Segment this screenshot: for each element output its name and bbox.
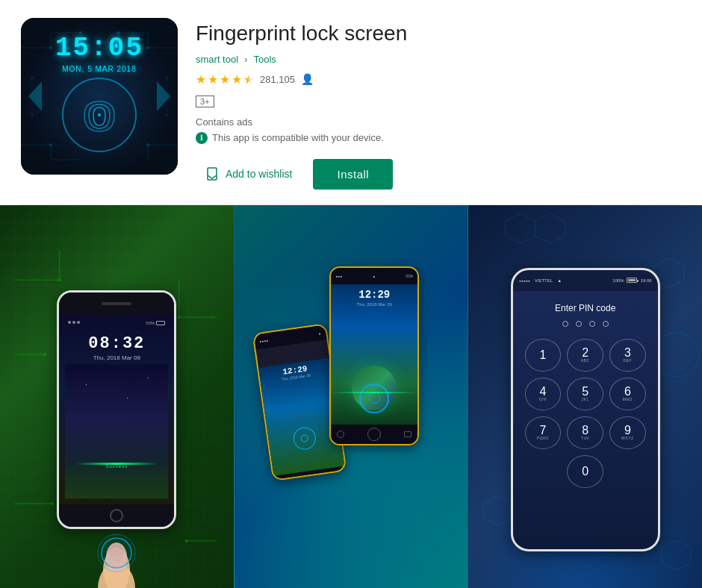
star-4: ★ bbox=[232, 72, 242, 87]
star-5: ★★ bbox=[243, 72, 254, 87]
pin-dot-1 bbox=[562, 321, 568, 327]
icon-date: MON, 5 MAR 2018 bbox=[55, 65, 143, 73]
svg-point-29 bbox=[43, 353, 46, 356]
app-title: Fingerprint lock screen bbox=[196, 21, 681, 46]
pin-right-status: 100% 19:06 bbox=[612, 278, 651, 283]
star-3: ★ bbox=[220, 72, 230, 87]
app-info-panel: Fingerprint lock screen smart tool › Too… bbox=[196, 18, 681, 190]
rating-row: ★ ★ ★ ★ ★★ 281,105 👤 bbox=[196, 72, 681, 87]
pin-key-1[interactable]: 1 bbox=[525, 339, 562, 372]
pin-status-icons: ●●●●● VIETTEL ▲ bbox=[519, 278, 562, 283]
phone-mockup-1: 55% 08:32 Thu, 2018 Mar 08 bbox=[57, 290, 176, 529]
compatibility-row: ℹ This app is compatible with your devic… bbox=[196, 132, 681, 144]
pin-key-3-letters: DEF bbox=[624, 359, 633, 363]
svg-point-52 bbox=[654, 332, 699, 377]
pin-key-8-num: 8 bbox=[582, 425, 588, 437]
pin-key-2-letters: ABC bbox=[581, 359, 590, 363]
screenshot-3: ●●●●● VIETTEL ▲ 100% 19:06 Enter PIN cod… bbox=[468, 205, 702, 588]
svg-point-8 bbox=[146, 46, 149, 49]
star-1: ★ bbox=[196, 72, 206, 87]
svg-marker-47 bbox=[506, 213, 535, 243]
pin-status-bar: ●●●●● VIETTEL ▲ 100% 19:06 bbox=[513, 270, 658, 291]
pin-key-0-num: 0 bbox=[582, 466, 588, 478]
pin-title: Enter PIN code bbox=[522, 303, 649, 313]
svg-rect-38 bbox=[213, 313, 219, 319]
pin-key-0[interactable]: 0 bbox=[567, 455, 603, 488]
add-to-wishlist-button[interactable]: Add to wishlist bbox=[196, 160, 301, 187]
phone-notch bbox=[59, 293, 174, 315]
pin-dots bbox=[522, 321, 649, 327]
svg-rect-37 bbox=[7, 276, 13, 282]
phone-1-date: Thu, 2018 Mar 08 bbox=[88, 354, 145, 361]
icon-time: 15:05 bbox=[55, 33, 143, 63]
two-phones-display: ●●●● ▲ 12:29 Thu, 2018 Mar 29 bbox=[234, 205, 468, 588]
developer-link[interactable]: smart tool bbox=[196, 54, 238, 65]
svg-point-53 bbox=[662, 340, 692, 369]
app-icon-wrapper: 15:05 MON, 5 MAR 2018 bbox=[21, 18, 178, 175]
phone-1-clock: 08:32 Thu, 2018 Mar 08 bbox=[88, 334, 145, 361]
svg-point-13 bbox=[49, 143, 52, 146]
phone-1-time: 08:32 bbox=[88, 334, 145, 353]
pin-content: Enter PIN code 1 2 ABC bbox=[513, 291, 658, 494]
svg-point-32 bbox=[178, 316, 181, 319]
pin-key-7-letters: PQRS bbox=[537, 437, 549, 440]
pin-key-7-num: 7 bbox=[540, 425, 547, 437]
pin-key-4-num: 4 bbox=[540, 386, 547, 398]
pin-key-4[interactable]: 4 GHI bbox=[525, 378, 562, 410]
pin-keypad: 1 2 ABC 3 DEF 4 GHI bbox=[522, 339, 649, 488]
pin-dot-4 bbox=[603, 321, 609, 327]
pin-key-8[interactable]: 8 TUV bbox=[567, 416, 603, 449]
pin-key-6[interactable]: 6 MNO bbox=[609, 378, 646, 410]
icon-clock-display: 15:05 MON, 5 MAR 2018 bbox=[55, 33, 143, 73]
svg-point-16 bbox=[146, 143, 149, 146]
svg-point-27 bbox=[58, 278, 61, 281]
fingerprint-icon bbox=[77, 93, 122, 137]
clock-text: 19:06 bbox=[641, 278, 652, 283]
pin-key-2[interactable]: 2 ABC bbox=[567, 339, 603, 372]
compatibility-text: This app is compatible with your device. bbox=[212, 132, 384, 143]
pin-key-3[interactable]: 3 DEF bbox=[609, 339, 646, 372]
phone-screen: 55% 08:32 Thu, 2018 Mar 08 bbox=[59, 315, 174, 504]
wishlist-label: Add to wishlist bbox=[226, 168, 292, 180]
pin-key-4-letters: GHI bbox=[539, 398, 547, 401]
svg-point-36 bbox=[185, 539, 188, 542]
install-button[interactable]: Install bbox=[313, 159, 393, 190]
age-rating-badge: 3+ bbox=[196, 96, 214, 107]
app-header-section: 15:05 MON, 5 MAR 2018 Finge bbox=[0, 0, 702, 204]
pin-phone-mockup: ●●●●● VIETTEL ▲ 100% 19:06 Enter PIN cod… bbox=[511, 268, 660, 551]
svg-point-23 bbox=[98, 113, 101, 116]
action-row: Add to wishlist Install bbox=[196, 159, 681, 190]
phone-front-mockup: ●●● ▲ 55% 12:29 Thu, 2018 Mar 29 bbox=[329, 266, 419, 445]
pin-key-6-num: 6 bbox=[624, 386, 631, 398]
star-2: ★ bbox=[208, 72, 218, 87]
pin-key-9-num: 9 bbox=[624, 425, 631, 437]
app-icon: 15:05 MON, 5 MAR 2018 bbox=[21, 18, 178, 175]
pin-key-3-num: 3 bbox=[624, 347, 631, 359]
meta-separator: › bbox=[244, 54, 247, 65]
pin-key-5[interactable]: 5 JKL bbox=[567, 378, 603, 410]
stars-display: ★ ★ ★ ★ ★★ bbox=[196, 72, 254, 87]
carrier-text: VIETTEL bbox=[535, 278, 553, 283]
bookmark-icon bbox=[205, 166, 220, 181]
compatibility-icon: ℹ bbox=[196, 132, 208, 144]
screenshot-1: 55% 08:32 Thu, 2018 Mar 08 bbox=[0, 205, 234, 588]
screenshot-2: ●●●● ▲ 12:29 Thu, 2018 Mar 29 bbox=[234, 205, 469, 588]
pin-key-5-num: 5 bbox=[582, 386, 588, 398]
battery-text: 100% bbox=[612, 278, 624, 283]
pin-key-5-letters: JKL bbox=[582, 398, 589, 401]
finger-illustration bbox=[87, 522, 146, 588]
pin-key-9[interactable]: 9 WXYZ bbox=[609, 416, 646, 449]
screenshots-section: 55% 08:32 Thu, 2018 Mar 08 bbox=[0, 205, 702, 588]
pin-key-2-num: 2 bbox=[582, 347, 588, 359]
finger-icon bbox=[87, 522, 146, 588]
pin-key-8-letters: TUV bbox=[581, 437, 590, 440]
pin-key-1-num: 1 bbox=[540, 349, 547, 361]
phone-front-date: Thu, 2018 Mar 29 bbox=[335, 302, 413, 307]
fingerprint-circle bbox=[62, 78, 137, 152]
pin-key-7[interactable]: 7 PQRS bbox=[525, 416, 562, 449]
category-link[interactable]: Tools bbox=[253, 54, 276, 65]
svg-marker-48 bbox=[535, 213, 565, 243]
pin-key-9-letters: WXYZ bbox=[621, 437, 633, 440]
user-icon: 👤 bbox=[301, 73, 314, 85]
phone-front-time: 12:29 bbox=[335, 289, 413, 301]
